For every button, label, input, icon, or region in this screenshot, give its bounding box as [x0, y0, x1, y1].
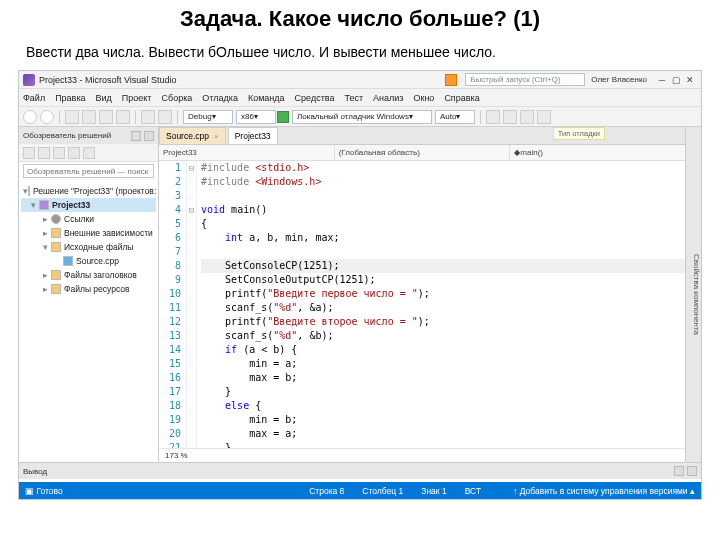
- home-icon[interactable]: [23, 147, 35, 159]
- solution-tree: ▾Решение "Project33" (проектов: 1) ▾Proj…: [19, 182, 158, 462]
- status-ready: ▣ Готово: [25, 486, 63, 496]
- new-button[interactable]: [65, 110, 79, 124]
- showall-icon[interactable]: [53, 147, 65, 159]
- vs-window: Project33 - Microsoft Visual Studio Быст…: [18, 70, 702, 500]
- saveall-button[interactable]: [116, 110, 130, 124]
- toolbar-extra-1[interactable]: [486, 110, 500, 124]
- menu-tools[interactable]: Средства: [295, 93, 335, 103]
- folder-icon: [51, 270, 61, 280]
- close-panel-icon[interactable]: [144, 131, 154, 141]
- tab-close-icon[interactable]: ×: [214, 132, 219, 141]
- menu-build[interactable]: Сборка: [162, 93, 193, 103]
- nav-scope-dropdown[interactable]: (Глобальная область): [335, 145, 511, 160]
- source-text[interactable]: #include <stdio.h> #include <Windows.h> …: [197, 161, 685, 448]
- platform-dropdown[interactable]: x86 ▾: [236, 110, 276, 124]
- nav-project-dropdown[interactable]: Project33: [159, 145, 335, 160]
- menu-project[interactable]: Проект: [122, 93, 152, 103]
- solution-explorer: Обозреватель решений ▾Решение "Project33…: [19, 127, 159, 462]
- source-file-node[interactable]: Source.cpp: [21, 254, 156, 268]
- nav-bar: Project33 (Глобальная область) ◆ main(): [159, 145, 685, 161]
- solution-icon: [28, 186, 30, 196]
- source-folder-node[interactable]: ▾Исходные файлы: [21, 240, 156, 254]
- solution-search[interactable]: [23, 164, 154, 180]
- solution-explorer-header: Обозреватель решений: [19, 127, 158, 144]
- line-gutter: 123456789101112131415161718192021222324: [159, 161, 187, 448]
- headers-folder-node[interactable]: ▸Файлы заголовков: [21, 268, 156, 282]
- vs-logo-icon: [23, 74, 35, 86]
- project-node[interactable]: ▾Project33: [21, 198, 156, 212]
- status-char: Знак 1: [421, 486, 446, 496]
- quick-launch-input[interactable]: Быстрый запуск (Ctrl+Q): [465, 73, 585, 86]
- solution-explorer-toolbar: [19, 144, 158, 162]
- menu-debug[interactable]: Отладка: [202, 93, 238, 103]
- cpp-file-icon: [63, 256, 73, 266]
- project-icon: [39, 200, 49, 210]
- close-button[interactable]: ✕: [683, 73, 697, 87]
- debug-type-tooltip: Тип отладки: [553, 127, 605, 140]
- editor-tabstrip: Source.cpp× Project33: [159, 127, 685, 145]
- collapse-icon[interactable]: [83, 147, 95, 159]
- external-node[interactable]: ▸Внешние зависимости: [21, 226, 156, 240]
- maximize-button[interactable]: ▢: [669, 73, 683, 87]
- status-col: Столбец 1: [362, 486, 403, 496]
- output-panel-header[interactable]: Вывод: [19, 463, 701, 479]
- toolbar-extra-4[interactable]: [537, 110, 551, 124]
- refresh-icon[interactable]: [38, 147, 50, 159]
- page-subtitle: Ввести два числа. Вывести бОльшее число.…: [26, 44, 720, 60]
- editor-footer: 173 %: [159, 448, 685, 462]
- menu-analyze[interactable]: Анализ: [373, 93, 403, 103]
- tab-project[interactable]: Project33: [228, 127, 278, 144]
- save-button[interactable]: [99, 110, 113, 124]
- menu-file[interactable]: Файл: [23, 93, 45, 103]
- undo-button[interactable]: [141, 110, 155, 124]
- page-title: Задача. Какое число больше? (1): [0, 6, 720, 32]
- pin-icon[interactable]: [674, 466, 684, 476]
- nav-back-button[interactable]: [23, 110, 37, 124]
- config-dropdown[interactable]: Debug ▾: [183, 110, 233, 124]
- tab-source[interactable]: Source.cpp×: [159, 127, 226, 144]
- titlebar: Project33 - Microsoft Visual Studio Быст…: [19, 71, 701, 89]
- solution-search-input[interactable]: [23, 164, 154, 178]
- resources-folder-node[interactable]: ▸Файлы ресурсов: [21, 282, 156, 296]
- status-source-control[interactable]: ↑ Добавить в систему управления версиями…: [513, 486, 695, 496]
- toolbar: Debug ▾ x86 ▾ Локальный отладчик Windows…: [19, 107, 701, 127]
- menu-edit[interactable]: Правка: [55, 93, 85, 103]
- open-button[interactable]: [82, 110, 96, 124]
- toolbar-extra-3[interactable]: [520, 110, 534, 124]
- window-title: Project33 - Microsoft Visual Studio: [39, 75, 176, 85]
- toolbar-extra-2[interactable]: [503, 110, 517, 124]
- menu-view[interactable]: Вид: [96, 93, 112, 103]
- nav-function-dropdown[interactable]: ◆ main(): [510, 145, 685, 160]
- statusbar: ▣ Готово Строка 8 Столбец 1 Знак 1 ВСТ ↑…: [19, 482, 701, 499]
- menu-help[interactable]: Справка: [444, 93, 479, 103]
- references-icon: [51, 214, 61, 224]
- folder-icon: [51, 228, 61, 238]
- debugger-dropdown[interactable]: Локальный отладчик Windows ▾: [292, 110, 432, 124]
- redo-button[interactable]: [158, 110, 172, 124]
- editor: Тип отладки Source.cpp× Project33 Projec…: [159, 127, 685, 462]
- signed-in-user[interactable]: Олег Власенко: [591, 75, 647, 84]
- debug-type-dropdown[interactable]: Auto ▾: [435, 110, 475, 124]
- solution-node[interactable]: ▾Решение "Project33" (проектов: 1): [21, 184, 156, 198]
- properties-icon[interactable]: [68, 147, 80, 159]
- menu-window[interactable]: Окно: [413, 93, 434, 103]
- folder-icon: [51, 284, 61, 294]
- status-ins: ВСТ: [465, 486, 481, 496]
- menubar: Файл Правка Вид Проект Сборка Отладка Ко…: [19, 89, 701, 107]
- right-tool-strip[interactable]: Свойства компонента: [685, 127, 701, 462]
- code-area[interactable]: 123456789101112131415161718192021222324 …: [159, 161, 685, 448]
- zoom-level[interactable]: 173 %: [165, 451, 188, 460]
- menu-test[interactable]: Тест: [344, 93, 363, 103]
- close-panel-icon[interactable]: [687, 466, 697, 476]
- nav-forward-button[interactable]: [40, 110, 54, 124]
- output-panel: Вывод: [19, 462, 701, 482]
- menu-team[interactable]: Команда: [248, 93, 285, 103]
- start-debug-icon[interactable]: [277, 111, 289, 123]
- folder-icon: [51, 242, 61, 252]
- pin-icon[interactable]: [131, 131, 141, 141]
- main-area: Обозреватель решений ▾Решение "Project33…: [19, 127, 701, 462]
- minimize-button[interactable]: ─: [655, 73, 669, 87]
- references-node[interactable]: ▸Ссылки: [21, 212, 156, 226]
- fold-gutter[interactable]: ⊟⊟: [187, 161, 197, 448]
- notifications-flag-icon[interactable]: [445, 74, 457, 86]
